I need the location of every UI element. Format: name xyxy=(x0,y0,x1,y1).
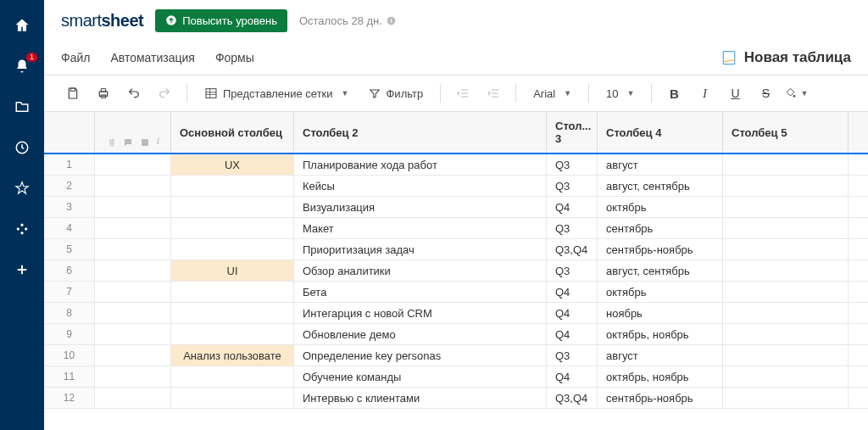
print-button[interactable] xyxy=(92,81,115,105)
cell[interactable]: Определение key personas xyxy=(294,345,547,366)
view-selector[interactable]: Представление сетки▼ xyxy=(198,83,355,103)
col-header-1[interactable]: Столбец 2 xyxy=(294,112,547,153)
cell-primary[interactable]: UI xyxy=(171,260,294,281)
cell[interactable]: Q4 xyxy=(547,282,598,302)
cell[interactable] xyxy=(723,366,849,387)
table-row[interactable]: 8 Интегарция с новой CRM Q4 ноябрь xyxy=(44,303,868,324)
italic-button[interactable]: I xyxy=(693,81,716,105)
cell[interactable]: Обновление демо xyxy=(294,324,547,344)
cell-primary[interactable] xyxy=(171,218,294,238)
cell[interactable]: Q3 xyxy=(547,218,598,238)
row-icons[interactable] xyxy=(95,239,171,260)
row-icons[interactable] xyxy=(95,282,171,302)
cell[interactable]: Приоритизация задач xyxy=(294,239,547,260)
cell[interactable]: октябрь, ноябрь xyxy=(598,366,723,387)
cell[interactable]: Обучение команды xyxy=(294,366,547,387)
cell-primary[interactable] xyxy=(171,176,294,196)
cell[interactable]: август xyxy=(598,154,723,175)
undo-button[interactable] xyxy=(122,81,146,105)
cell[interactable]: октябрь, ноябрь xyxy=(598,324,723,344)
cell[interactable] xyxy=(723,197,849,217)
cell[interactable]: Q3 xyxy=(547,345,598,366)
cell[interactable] xyxy=(723,239,849,260)
table-row[interactable]: 11 Обучение команды Q4 октябрь, ноябрь xyxy=(44,366,868,388)
cell[interactable] xyxy=(723,260,849,281)
upgrade-button[interactable]: Повысить уровень xyxy=(155,9,287,32)
row-icons[interactable] xyxy=(95,303,171,323)
cell[interactable]: Q3 xyxy=(547,260,598,281)
row-icons[interactable] xyxy=(95,154,171,175)
cell[interactable]: Q4 xyxy=(547,324,598,344)
table-row[interactable]: 10 Анализ пользовате Определение key per… xyxy=(44,345,868,366)
row-icons[interactable] xyxy=(95,176,171,196)
row-number[interactable]: 11 xyxy=(44,366,95,387)
row-number[interactable]: 6 xyxy=(44,260,95,281)
cell-primary[interactable]: UX xyxy=(171,154,294,175)
cell[interactable]: Обзор аналитики xyxy=(294,260,547,281)
cell[interactable] xyxy=(723,154,849,175)
cell-primary[interactable] xyxy=(171,388,294,408)
cell[interactable]: Интервью с клиентами xyxy=(294,388,547,408)
row-number[interactable]: 12 xyxy=(44,388,95,408)
workapps-icon[interactable] xyxy=(14,221,31,237)
cell[interactable]: октябрь xyxy=(598,197,723,217)
menu-forms[interactable]: Формы xyxy=(215,51,254,64)
table-row[interactable]: 9 Обновление демо Q4 октябрь, ноябрь xyxy=(44,324,868,345)
cell-primary[interactable] xyxy=(171,282,294,302)
cell-primary[interactable] xyxy=(171,303,294,323)
cell[interactable] xyxy=(723,388,849,408)
row-number[interactable]: 7 xyxy=(44,282,95,302)
cell[interactable] xyxy=(723,176,849,196)
row-number[interactable]: 9 xyxy=(44,324,95,344)
info-icon[interactable]: i xyxy=(386,15,397,26)
menu-file[interactable]: Файл xyxy=(61,51,90,64)
cell[interactable] xyxy=(723,345,849,366)
table-row[interactable]: 6 UI Обзор аналитики Q3 август, сентябрь xyxy=(44,260,868,282)
folder-icon[interactable] xyxy=(14,98,31,115)
cell-primary[interactable]: Анализ пользовате xyxy=(171,345,294,366)
row-number[interactable]: 4 xyxy=(44,218,95,238)
row-number[interactable]: 1 xyxy=(44,154,95,175)
row-icons[interactable] xyxy=(95,345,171,366)
menu-automation[interactable]: Автоматизация xyxy=(110,51,194,64)
cell[interactable]: Q4 xyxy=(547,366,598,387)
row-icons[interactable] xyxy=(95,324,171,344)
cell[interactable]: сентябрь-ноябрь xyxy=(598,239,723,260)
row-number[interactable]: 5 xyxy=(44,239,95,260)
cell[interactable]: Бета xyxy=(294,282,547,302)
row-icons[interactable] xyxy=(95,366,171,387)
cell[interactable]: Планирование хода работ xyxy=(294,154,547,175)
grid[interactable]: i Основной столбец Столбец 2 Стол... 3 С… xyxy=(44,112,868,430)
favorites-icon[interactable] xyxy=(14,180,31,197)
col-header-4[interactable]: Столбец 5 xyxy=(723,112,849,153)
cell[interactable] xyxy=(723,324,849,344)
col-header-2[interactable]: Стол... 3 xyxy=(547,112,598,153)
table-row[interactable]: 12 Интервью с клиентами Q3,Q4 сентябрь-н… xyxy=(44,388,868,409)
save-button[interactable] xyxy=(61,81,85,105)
cell-primary[interactable] xyxy=(171,324,294,344)
add-icon[interactable] xyxy=(14,261,31,278)
sheet-title[interactable]: Новая таблица xyxy=(721,49,851,66)
row-icons[interactable] xyxy=(95,197,171,217)
cell[interactable] xyxy=(723,218,849,238)
cell-primary[interactable] xyxy=(171,197,294,217)
table-row[interactable]: 4 Макет Q3 сентябрь xyxy=(44,218,868,239)
row-number[interactable]: 8 xyxy=(44,303,95,323)
row-number[interactable]: 2 xyxy=(44,176,95,196)
cell[interactable]: Q4 xyxy=(547,303,598,323)
table-row[interactable]: 5 Приоритизация задач Q3,Q4 сентябрь-ноя… xyxy=(44,239,868,260)
row-icons[interactable] xyxy=(95,218,171,238)
row-number[interactable]: 3 xyxy=(44,197,95,217)
cell[interactable]: Q3 xyxy=(547,176,598,196)
cell[interactable]: Q3 xyxy=(547,154,598,175)
notifications-icon[interactable]: 1 xyxy=(14,58,31,75)
cell[interactable]: ноябрь xyxy=(598,303,723,323)
cell[interactable]: Интегарция с новой CRM xyxy=(294,303,547,323)
bold-button[interactable]: B xyxy=(662,81,686,105)
cell[interactable]: Q3,Q4 xyxy=(547,239,598,260)
cell[interactable]: август, сентябрь xyxy=(598,260,723,281)
cell[interactable]: август, сентябрь xyxy=(598,176,723,196)
cell[interactable]: сентябрь-ноябрь xyxy=(598,388,723,408)
table-row[interactable]: 2 Кейсы Q3 август, сентябрь xyxy=(44,176,868,197)
row-icons[interactable] xyxy=(95,260,171,281)
